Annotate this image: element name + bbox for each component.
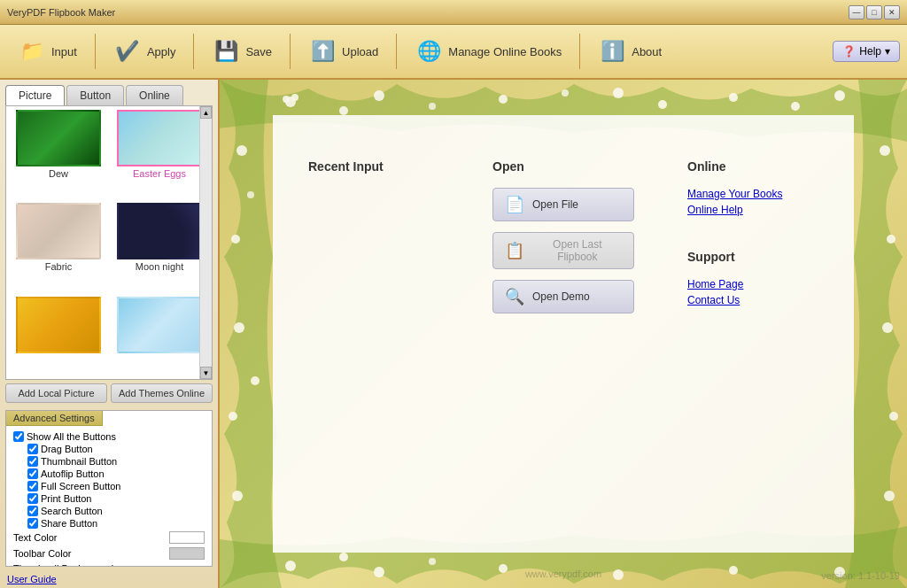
- input-button[interactable]: 📁 Input: [7, 34, 88, 69]
- toolbar-separator-1: [95, 34, 96, 69]
- close-btn[interactable]: ✕: [884, 5, 900, 19]
- thumb-yellow-img: [16, 297, 101, 353]
- thumb-moon[interactable]: Moon night: [111, 203, 208, 292]
- share-checkbox[interactable]: [27, 518, 38, 529]
- add-buttons-row: Add Local Picture Add Themes Online: [0, 380, 218, 406]
- drag-checkbox[interactable]: [27, 444, 38, 454]
- toolbar-color-label: Toolbar Color: [13, 548, 71, 559]
- help-icon: ❓: [842, 45, 856, 58]
- manage-icon: 🌐: [415, 37, 443, 66]
- print-checkbox[interactable]: [27, 493, 38, 504]
- share-label: Share Button: [41, 518, 97, 529]
- thumbnail-label: Thumbnail Button: [41, 456, 117, 467]
- fullscreen-label: Full Screen Button: [41, 481, 121, 491]
- setting-thumbnail: Thumbnail Button: [10, 455, 208, 468]
- thumbnail-checkbox[interactable]: [27, 456, 38, 467]
- text-color-swatch[interactable]: [169, 531, 205, 544]
- about-button[interactable]: ℹ️ About: [587, 34, 672, 69]
- watermark-version: version: 1.1-10-19: [821, 570, 900, 581]
- open-demo-icon: 🔍: [504, 286, 525, 307]
- setting-print: Print Button: [10, 492, 208, 505]
- open-demo-btn[interactable]: 🔍 Open Demo: [492, 280, 634, 313]
- help-chevron-icon: ▾: [885, 45, 890, 58]
- add-online-btn[interactable]: Add Themes Online: [111, 383, 213, 403]
- thumb-dew-img: [16, 110, 101, 166]
- setting-show-all: Show All the Buttons: [10, 430, 208, 443]
- thumb-dew-label: Dew: [49, 168, 68, 179]
- open-file-icon: 📄: [504, 194, 525, 215]
- manage-button[interactable]: 🌐 Manage Online Books: [404, 34, 572, 69]
- thumb-bg-row: Thumbnail Background: [10, 561, 208, 567]
- advanced-settings-title: Advanced Settings: [5, 410, 103, 426]
- recent-input-title: Recent Input: [308, 159, 439, 174]
- thumb-windmill[interactable]: [111, 297, 208, 375]
- thumb-moon-label: Moon night: [136, 261, 183, 272]
- recent-input-section: Recent Input: [308, 159, 439, 188]
- main-content: Picture Button Online Dew Easter Eggs Fa…: [0, 80, 907, 588]
- app-title: VeryPDF Flipbook Maker: [7, 7, 849, 18]
- add-local-btn[interactable]: Add Local Picture: [5, 383, 107, 403]
- thumb-fabric[interactable]: Fabric: [10, 203, 107, 292]
- autoflip-checkbox[interactable]: [27, 468, 38, 479]
- open-section: Open 📄 Open File 📋 Open Last Flipbook 🔍 …: [492, 159, 634, 324]
- thumb-dew[interactable]: Dew: [10, 110, 107, 199]
- toolbar: 📁 Input ✔️ Apply 💾 Save ⬆️ Upload 🌐 Mana…: [0, 25, 907, 80]
- open-last-btn[interactable]: 📋 Open Last Flipbook: [492, 232, 634, 269]
- toolbar-color-swatch[interactable]: [169, 547, 205, 560]
- upload-button[interactable]: ⬆️ Upload: [298, 34, 389, 69]
- upload-icon: ⬆️: [308, 37, 337, 66]
- thumb-bg-label: Thumbnail Background: [13, 563, 113, 567]
- fullscreen-checkbox[interactable]: [27, 481, 38, 491]
- apply-button[interactable]: ✔️ Apply: [103, 34, 187, 69]
- thumb-windmill-img: [117, 297, 202, 353]
- toolbar-color-row: Toolbar Color: [10, 545, 208, 561]
- input-icon: 📁: [18, 37, 46, 66]
- user-guide-link[interactable]: User Guide: [0, 570, 218, 588]
- thumb-fabric-label: Fabric: [45, 261, 73, 272]
- watermark-url: www.verypdf.com: [525, 569, 601, 579]
- thumb-fabric-img: [16, 203, 101, 259]
- left-panel: Picture Button Online Dew Easter Eggs Fa…: [0, 80, 220, 588]
- text-color-label: Text Color: [13, 532, 58, 543]
- tab-picture[interactable]: Picture: [5, 85, 65, 105]
- online-support-section: Online Manage Your Books Online Help Sup…: [687, 159, 818, 310]
- online-help-link[interactable]: Online Help: [687, 204, 818, 216]
- print-label: Print Button: [41, 493, 91, 504]
- settings-list: Show All the Buttons Drag Button Thumbna…: [6, 429, 212, 567]
- contact-us-link[interactable]: Contact Us: [687, 294, 818, 306]
- text-color-row: Text Color: [10, 530, 208, 545]
- setting-drag: Drag Button: [10, 443, 208, 455]
- open-file-btn[interactable]: 📄 Open File: [492, 188, 634, 221]
- window-controls: — □ ✕: [849, 5, 900, 19]
- scroll-bar[interactable]: ▲ ▼: [199, 106, 212, 379]
- thumb-easter[interactable]: Easter Eggs: [111, 110, 208, 199]
- setting-search: Search Button: [10, 505, 208, 517]
- thumb-easter-img: [117, 110, 202, 166]
- toolbar-separator-2: [193, 34, 194, 69]
- autoflip-label: Autoflip Button: [41, 468, 105, 479]
- toolbar-separator-3: [290, 34, 291, 69]
- tab-button[interactable]: Button: [66, 85, 124, 105]
- save-icon: 💾: [212, 37, 240, 66]
- toolbar-separator-4: [396, 34, 397, 69]
- search-checkbox[interactable]: [27, 506, 38, 516]
- setting-share: Share Button: [10, 517, 208, 530]
- maximize-btn[interactable]: □: [866, 5, 882, 19]
- drag-label: Drag Button: [41, 444, 93, 454]
- open-title: Open: [492, 159, 634, 174]
- show-all-label: Show All the Buttons: [27, 431, 116, 442]
- welcome-panel: Recent Input Open 📄 Open File 📋 Open Las…: [273, 115, 854, 553]
- thumbnails-grid: Dew Easter Eggs Fabric Moon night: [5, 105, 213, 380]
- thumb-yellow[interactable]: [10, 297, 107, 375]
- manage-books-link[interactable]: Manage Your Books: [687, 188, 818, 200]
- show-all-checkbox[interactable]: [13, 431, 24, 442]
- tab-online[interactable]: Online: [126, 85, 183, 105]
- apply-icon: ✔️: [113, 37, 142, 66]
- search-label: Search Button: [41, 506, 103, 516]
- home-page-link[interactable]: Home Page: [687, 278, 818, 290]
- open-last-icon: 📋: [504, 240, 525, 261]
- help-button[interactable]: ❓ Help ▾: [833, 41, 900, 62]
- save-button[interactable]: 💾 Save: [201, 34, 283, 69]
- minimize-btn[interactable]: —: [849, 5, 864, 19]
- advanced-settings-panel: Advanced Settings Show All the Buttons D…: [5, 410, 213, 567]
